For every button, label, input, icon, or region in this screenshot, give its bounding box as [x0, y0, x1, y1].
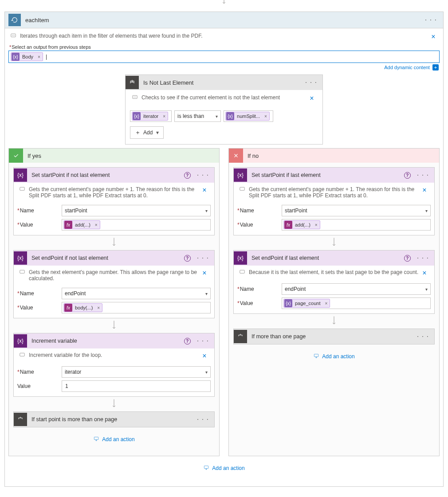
- pill-remove-button[interactable]: ×: [35, 55, 43, 59]
- pill-remove-button[interactable]: ×: [161, 114, 168, 119]
- comment-icon: [19, 186, 26, 192]
- select-output-input[interactable]: {x} Body × |: [8, 51, 440, 63]
- svg-rect-9: [20, 270, 25, 273]
- name-select[interactable]: startPoint▾: [62, 205, 211, 216]
- add-action-button[interactable]: Add an action: [313, 353, 354, 360]
- condition-operator-select[interactable]: is less than▾: [174, 110, 221, 122]
- x-icon: [229, 149, 243, 163]
- increment-variable-card: {x} Increment variable ? · · · Increment…: [13, 333, 215, 397]
- name-select[interactable]: endPoint▾: [282, 283, 431, 295]
- set-endpoint-yes-card: {x} Set endPoint if not last element ? ·…: [13, 250, 215, 318]
- comment-icon: [132, 94, 139, 101]
- variable-icon: {x}: [14, 334, 27, 348]
- condition-add-button[interactable]: ＋Add▾: [130, 126, 164, 139]
- condition-card: Is Not Last Element · · · Checks to see …: [125, 74, 323, 145]
- action-more-button[interactable]: · · ·: [194, 171, 212, 179]
- action-more-button[interactable]: · · ·: [194, 337, 212, 345]
- arrow-down-icon: [111, 235, 117, 250]
- help-icon[interactable]: ?: [184, 255, 191, 262]
- eachitem-loop-container: eachItem · · · Iterates through each ite…: [4, 12, 444, 487]
- variable-pill-icon: {x}: [133, 112, 141, 120]
- value-input[interactable]: fxbody(...)×: [62, 302, 211, 313]
- variable-pill-icon: {x}: [284, 299, 292, 307]
- add-dynamic-content-link[interactable]: Add dynamic content: [384, 65, 430, 70]
- variable-icon: {x}: [14, 168, 27, 182]
- eachitem-more-button[interactable]: · · ·: [422, 16, 440, 24]
- pill-remove-button[interactable]: ×: [262, 114, 269, 119]
- comment-icon: [19, 352, 26, 358]
- condition-icon: [126, 76, 139, 89]
- if-startpoint-more-card[interactable]: If start point is more than one page · ·…: [13, 411, 215, 427]
- help-icon[interactable]: ?: [184, 338, 191, 344]
- arrow-down-icon: [331, 314, 337, 329]
- loop-icon: [8, 14, 21, 26]
- comment-icon: [239, 269, 246, 275]
- value-input[interactable]: {x}page_count×: [282, 297, 431, 309]
- action-more-button[interactable]: · · ·: [414, 333, 432, 340]
- comment-icon: [19, 269, 26, 275]
- action-header[interactable]: {x} Increment variable ? · · ·: [14, 333, 214, 348]
- add-action-button[interactable]: Add an action: [93, 436, 134, 442]
- action-header[interactable]: {x} Set startPoint if not last element ?…: [14, 168, 214, 183]
- comment-close-button[interactable]: ×: [200, 269, 209, 277]
- variable-pill-icon: {x}: [12, 53, 20, 61]
- action-header[interactable]: {x} Set endPoint if last element ? · · ·: [234, 250, 434, 266]
- eachitem-comment: Iterates through each item in the filter…: [20, 33, 429, 39]
- fx-pill-icon: fx: [284, 221, 292, 229]
- action-more-button[interactable]: · · ·: [194, 254, 212, 262]
- if-yes-header: If yes: [9, 149, 219, 163]
- action-more-button[interactable]: · · ·: [414, 254, 432, 262]
- condition-header[interactable]: Is Not Last Element · · ·: [126, 75, 322, 90]
- add-dynamic-content-plus-icon[interactable]: +: [432, 64, 439, 70]
- comment-close-button[interactable]: ×: [420, 269, 429, 277]
- comment-close-button[interactable]: ×: [307, 94, 316, 102]
- action-header[interactable]: {x} Set endPoint if not last element ? ·…: [14, 250, 214, 266]
- action-more-button[interactable]: · · ·: [414, 171, 432, 179]
- name-select[interactable]: endPoint▾: [62, 288, 211, 299]
- value-input[interactable]: fxadd(...)×: [282, 219, 431, 231]
- value-input[interactable]: 1: [62, 380, 211, 392]
- name-select[interactable]: iterator▾: [62, 366, 211, 378]
- comment-close-button[interactable]: ×: [429, 33, 438, 41]
- eachitem-title: eachItem: [25, 17, 422, 23]
- value-input[interactable]: fxadd(...)×: [62, 219, 211, 231]
- pill-remove-button[interactable]: ×: [323, 301, 330, 306]
- check-icon: [9, 149, 23, 163]
- condition-title: Is Not Last Element: [143, 79, 303, 86]
- comment-close-button[interactable]: ×: [420, 186, 429, 194]
- svg-rect-10: [20, 353, 25, 356]
- action-more-button[interactable]: · · ·: [194, 415, 212, 423]
- set-endpoint-no-card: {x} Set endPoint if last element ? · · ·…: [233, 250, 435, 314]
- if-more-than-one-page-card[interactable]: If more than one page · · ·: [233, 329, 435, 344]
- if-no-header: If no: [229, 149, 439, 163]
- svg-rect-13: [240, 270, 245, 273]
- comment-icon: [239, 186, 246, 192]
- svg-point-2: [13, 35, 13, 35]
- select-output-label: *Select an output from previous steps: [8, 44, 440, 50]
- pill-remove-button[interactable]: ×: [95, 305, 102, 310]
- svg-point-3: [14, 35, 15, 35]
- condition-right-input[interactable]: {x} numSplit... ×: [224, 110, 273, 122]
- action-header[interactable]: {x} Set startPoint if last element ? · ·…: [234, 168, 434, 183]
- name-select[interactable]: startPoint▾: [282, 205, 431, 216]
- pill-remove-button[interactable]: ×: [93, 223, 100, 227]
- help-icon[interactable]: ?: [404, 172, 411, 179]
- if-no-label: If no: [248, 153, 259, 159]
- add-action-bottom-button[interactable]: Add an action: [203, 465, 244, 471]
- help-icon[interactable]: ?: [184, 172, 191, 179]
- help-icon[interactable]: ?: [404, 255, 411, 262]
- body-pill[interactable]: {x} Body ×: [11, 52, 43, 61]
- condition-more-button[interactable]: · · ·: [303, 78, 320, 86]
- svg-point-7: [136, 97, 136, 97]
- comment-icon: [10, 33, 17, 39]
- svg-point-6: [134, 97, 135, 97]
- comment-close-button[interactable]: ×: [200, 186, 209, 194]
- eachitem-header[interactable]: eachItem · · ·: [5, 12, 443, 28]
- comment-close-button[interactable]: ×: [200, 352, 209, 360]
- svg-point-5: [134, 97, 134, 97]
- condition-comment: Checks to see if the current element is …: [141, 94, 307, 101]
- pill-remove-button[interactable]: ×: [313, 223, 320, 227]
- condition-left-input[interactable]: {x} iterator ×: [130, 110, 172, 122]
- svg-rect-15: [204, 466, 208, 469]
- svg-point-1: [12, 35, 12, 35]
